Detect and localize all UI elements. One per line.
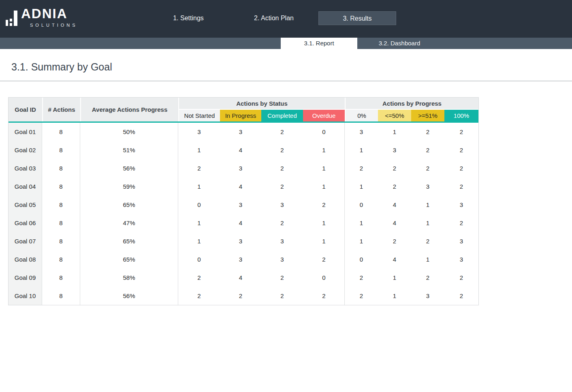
progress-0pct-cell: 1 [344, 232, 378, 250]
progress-lte50-cell: 4 [378, 250, 411, 268]
progress-gte51-cell: 2 [411, 159, 444, 177]
status-completed-cell: 2 [261, 177, 303, 196]
progress-lte50-cell: 4 [378, 214, 411, 232]
avg-progress-cell: 59% [80, 177, 178, 196]
subheader-not-started: Not Started [178, 110, 220, 121]
status-in-progress-cell: 3 [220, 196, 261, 214]
status-not-started-cell: 2 [178, 287, 220, 305]
status-not-started-cell: 3 [178, 123, 220, 141]
status-completed-cell: 2 [261, 159, 303, 177]
status-overdue-cell: 2 [303, 287, 345, 305]
progress-gte51-cell: 2 [411, 123, 444, 141]
table-body: Goal 01 8 50% 3 3 2 0 3 1 2 2 Goal 02 8 … [9, 123, 478, 305]
progress-100pct-cell: 2 [444, 214, 478, 232]
avg-progress-cell: 65% [80, 196, 178, 214]
progress-100pct-cell: 2 [444, 141, 478, 159]
subheader-overdue: Overdue [303, 110, 345, 121]
progress-gte51-cell: 3 [411, 177, 444, 196]
group-header-actions-by-progress: Actions by Progress [345, 98, 478, 110]
progress-100pct-cell: 3 [444, 196, 478, 214]
status-completed-cell: 2 [261, 123, 303, 141]
status-overdue-cell: 1 [303, 214, 345, 232]
status-overdue-cell: 0 [303, 123, 345, 141]
brand-tagline: SOLUTIONS [30, 23, 78, 28]
status-completed-cell: 2 [261, 287, 303, 305]
progress-lte50-cell: 1 [378, 268, 411, 287]
progress-100pct-cell: 3 [444, 250, 478, 268]
subheader-100pct: 100% [444, 110, 478, 121]
avg-progress-cell: 51% [80, 141, 178, 159]
actions-count-cell: 8 [42, 177, 80, 196]
actions-count-cell: 8 [42, 268, 80, 287]
progress-100pct-cell: 2 [444, 159, 478, 177]
actions-count-cell: 8 [42, 232, 80, 250]
progress-lte50-cell: 2 [378, 177, 411, 196]
progress-lte50-cell: 1 [378, 123, 411, 141]
nav-tab-settings[interactable]: 1. Settings [160, 11, 217, 25]
progress-100pct-cell: 2 [444, 123, 478, 141]
progress-0pct-cell: 1 [344, 177, 378, 196]
progress-100pct-cell: 2 [444, 287, 478, 305]
subheader-in-progress: In Progress [220, 110, 261, 121]
status-in-progress-cell: 3 [220, 159, 261, 177]
progress-0pct-cell: 1 [344, 141, 378, 159]
status-overdue-cell: 2 [303, 250, 345, 268]
subtab-report[interactable]: 3.1. Report [281, 38, 357, 49]
status-in-progress-cell: 4 [220, 268, 261, 287]
actions-count-cell: 8 [42, 123, 80, 141]
subheader-lte50pct: <=50% [378, 110, 411, 121]
summary-table: Goal ID # Actions Average Actions Progre… [8, 97, 479, 305]
goal-id-cell: Goal 08 [9, 250, 42, 268]
group-header-actions-by-status: Actions by Status [178, 98, 345, 110]
goal-id-cell: Goal 05 [9, 196, 42, 214]
goal-id-cell: Goal 01 [9, 123, 42, 141]
progress-100pct-cell: 2 [444, 268, 478, 287]
progress-0pct-cell: 2 [344, 159, 378, 177]
progress-lte50-cell: 2 [378, 232, 411, 250]
status-in-progress-cell: 4 [220, 141, 261, 159]
status-completed-cell: 3 [261, 250, 303, 268]
goal-id-cell: Goal 02 [9, 141, 42, 159]
nav-tab-results[interactable]: 3. Results [318, 11, 396, 25]
status-completed-cell: 3 [261, 196, 303, 214]
avg-progress-cell: 65% [80, 232, 178, 250]
status-in-progress-cell: 3 [220, 123, 261, 141]
goal-id-cell: Goal 06 [9, 214, 42, 232]
status-overdue-cell: 1 [303, 232, 345, 250]
goal-id-cell: Goal 07 [9, 232, 42, 250]
progress-0pct-cell: 1 [344, 214, 378, 232]
status-not-started-cell: 1 [178, 141, 220, 159]
avg-progress-cell: 56% [80, 159, 178, 177]
status-completed-cell: 2 [261, 141, 303, 159]
progress-lte50-cell: 3 [378, 141, 411, 159]
status-overdue-cell: 0 [303, 268, 345, 287]
status-in-progress-cell: 2 [220, 287, 261, 305]
progress-gte51-cell: 2 [411, 268, 444, 287]
avg-progress-cell: 65% [80, 250, 178, 268]
actions-count-cell: 8 [42, 287, 80, 305]
sub-nav-bar: 3.1. Report 3.2. Dashboard [0, 38, 572, 49]
nav-tab-action-plan[interactable]: 2. Action Plan [241, 11, 306, 25]
actions-count-cell: 8 [42, 214, 80, 232]
progress-100pct-cell: 3 [444, 232, 478, 250]
progress-0pct-cell: 2 [344, 287, 378, 305]
goal-id-cell: Goal 09 [9, 268, 42, 287]
progress-gte51-cell: 1 [411, 214, 444, 232]
goal-id-cell: Goal 04 [9, 177, 42, 196]
page-title: 3.1. Summary by Goal [11, 61, 572, 73]
status-in-progress-cell: 3 [220, 232, 261, 250]
progress-0pct-cell: 0 [344, 250, 378, 268]
progress-gte51-cell: 1 [411, 196, 444, 214]
status-completed-cell: 2 [261, 268, 303, 287]
status-in-progress-cell: 4 [220, 214, 261, 232]
progress-0pct-cell: 3 [344, 123, 378, 141]
status-completed-cell: 3 [261, 232, 303, 250]
status-not-started-cell: 1 [178, 232, 220, 250]
subtab-dashboard[interactable]: 3.2. Dashboard [357, 38, 442, 49]
progress-100pct-cell: 2 [444, 177, 478, 196]
avg-progress-cell: 47% [80, 214, 178, 232]
avg-progress-cell: 58% [80, 268, 178, 287]
subheader-gte51pct: >=51% [411, 110, 444, 121]
avg-progress-cell: 50% [80, 123, 178, 141]
status-not-started-cell: 0 [178, 196, 220, 214]
